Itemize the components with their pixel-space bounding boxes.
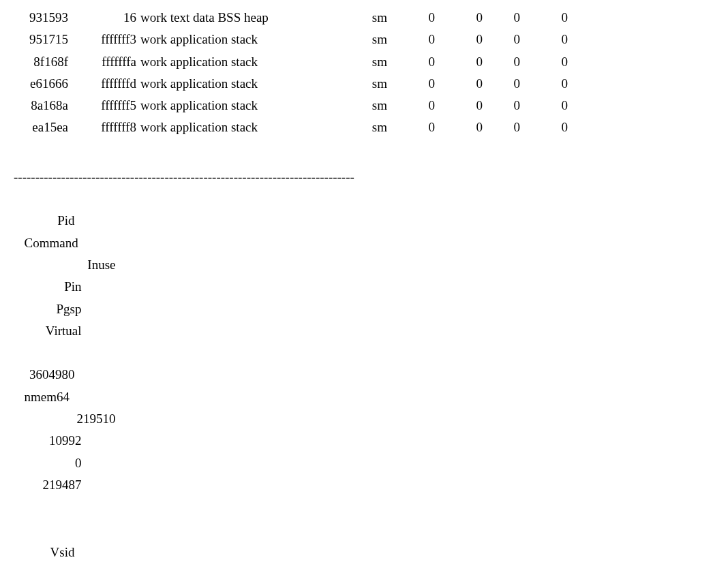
col-pid: Pid xyxy=(20,210,75,232)
cell-pin: 0 xyxy=(435,7,483,29)
cell-inuse: 0 xyxy=(387,73,435,95)
col-inuse: Inuse xyxy=(20,254,116,276)
cell-esid: fffffff8 xyxy=(68,116,136,138)
section-divider: ----------------------------------------… xyxy=(14,166,714,188)
cell-vsid: 951715 xyxy=(14,29,68,50)
cell-inuse: 0 xyxy=(387,51,435,73)
val-pgsp: 0 xyxy=(20,452,82,474)
cell-psize: sm xyxy=(333,116,387,138)
cell-inuse: 0 xyxy=(387,116,435,138)
val-inuse: 219510 xyxy=(20,408,116,430)
table-row: ea15eafffffff8work application stacksm00… xyxy=(14,116,714,138)
detail-header-row: Vsid Esid Type Description PSize Inuse P… xyxy=(14,519,714,562)
cell-psize: sm xyxy=(333,7,387,29)
table-row: e61666fffffffdwork application stacksm00… xyxy=(14,73,714,95)
table-row: 8a168afffffff5work application stacksm00… xyxy=(14,95,714,116)
cell-pgsp: 0 xyxy=(483,73,520,95)
cell-psize: sm xyxy=(333,73,387,95)
cell-esid: fffffff3 xyxy=(68,29,136,50)
cell-pgsp: 0 xyxy=(483,116,520,138)
cell-pin: 0 xyxy=(435,73,483,95)
cell-desc: work application stack xyxy=(136,95,333,116)
cell-pin: 0 xyxy=(435,95,483,116)
cell-pgsp: 0 xyxy=(483,51,520,73)
cell-pgsp: 0 xyxy=(483,7,520,29)
cell-psize: sm xyxy=(333,51,387,73)
cell-psize: sm xyxy=(333,29,387,50)
cell-vsid: e61666 xyxy=(14,73,68,95)
summary-header-row: Pid Command Inuse Pin Pgsp Virtual xyxy=(14,188,714,342)
col-command: Command xyxy=(20,232,86,254)
summary-data-row: 3604980 nmem64 219510 10992 0 219487 xyxy=(14,342,714,496)
cell-inuse: 0 xyxy=(387,95,435,116)
cell-esid: fffffff5 xyxy=(68,95,136,116)
val-command: nmem64 xyxy=(20,386,86,408)
cell-virt: 0 xyxy=(520,95,568,116)
cell-vsid: 931593 xyxy=(14,7,68,29)
cell-desc: work application stack xyxy=(136,116,333,138)
cell-desc: work application stack xyxy=(136,29,333,50)
table-row: 951715fffffff3work application stacksm00… xyxy=(14,29,714,50)
cell-inuse: 0 xyxy=(387,29,435,50)
cell-pin: 0 xyxy=(435,116,483,138)
hdr-vsid: Vsid xyxy=(20,542,75,562)
cell-esid: fffffffd xyxy=(68,73,136,95)
col-virtual: Virtual xyxy=(20,320,82,342)
cell-esid: fffffffa xyxy=(68,51,136,73)
cell-esid: 16 xyxy=(68,7,136,29)
cell-pin: 0 xyxy=(435,29,483,50)
cell-psize: sm xyxy=(333,95,387,116)
cell-virt: 0 xyxy=(520,73,568,95)
cell-desc: work text data BSS heap xyxy=(136,7,333,29)
cell-virt: 0 xyxy=(520,7,568,29)
cell-inuse: 0 xyxy=(387,7,435,29)
cell-virt: 0 xyxy=(520,116,568,138)
cell-virt: 0 xyxy=(520,29,568,50)
col-pgsp: Pgsp xyxy=(20,298,82,320)
col-pin: Pin xyxy=(20,276,82,298)
cell-vsid: 8f168f xyxy=(14,51,68,73)
val-pin: 10992 xyxy=(20,430,82,452)
cell-pgsp: 0 xyxy=(483,95,520,116)
val-virtual: 219487 xyxy=(20,474,82,496)
cell-pin: 0 xyxy=(435,51,483,73)
cell-desc: work application stack xyxy=(136,73,333,95)
cell-vsid: 8a168a xyxy=(14,95,68,116)
table-row: 93159316work text data BSS heapsm0000 xyxy=(14,7,714,29)
cell-pgsp: 0 xyxy=(483,29,520,50)
top-segment-table: 93159316work text data BSS heapsm0000951… xyxy=(14,7,714,139)
table-row: 8f168ffffffffawork application stacksm00… xyxy=(14,51,714,73)
val-pid: 3604980 xyxy=(20,364,75,386)
cell-desc: work application stack xyxy=(136,51,333,73)
cell-vsid: ea15ea xyxy=(14,116,68,138)
cell-virt: 0 xyxy=(520,51,568,73)
